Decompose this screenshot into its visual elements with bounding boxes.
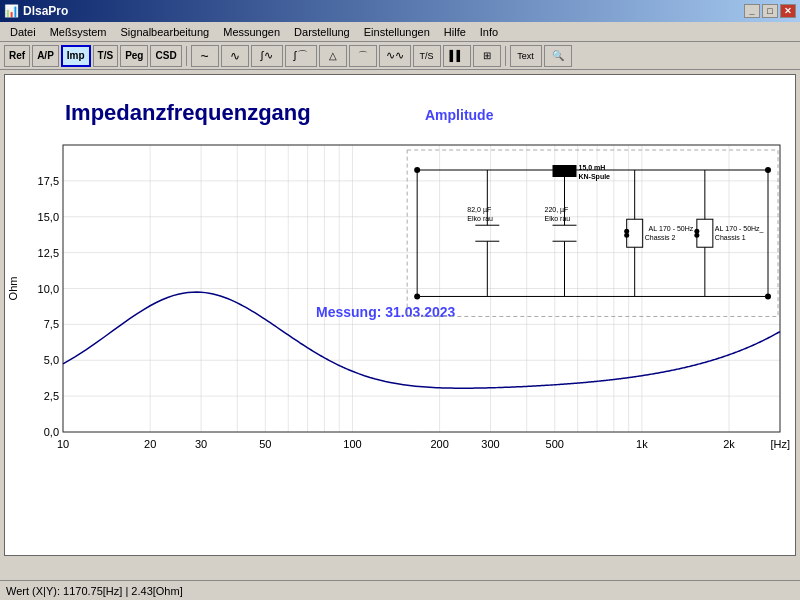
- menu-messungen[interactable]: Messungen: [217, 25, 286, 39]
- toolbar-separator-1: [186, 46, 187, 66]
- tb-ts[interactable]: T/S: [93, 45, 119, 67]
- menu-datei[interactable]: Datei: [4, 25, 42, 39]
- menubar: Datei Meßsystem Signalbearbeitung Messun…: [0, 22, 800, 42]
- tb-icon-wave2[interactable]: ∿: [221, 45, 249, 67]
- tb-icon-wave5[interactable]: ∿∿: [379, 45, 411, 67]
- statusbar: Wert (X|Y): 1170.75[Hz] | 2.43[Ohm]: [0, 580, 800, 600]
- menu-darstellung[interactable]: Darstellung: [288, 25, 356, 39]
- menu-info[interactable]: Info: [474, 25, 504, 39]
- menu-messsystem[interactable]: Meßsystem: [44, 25, 113, 39]
- tb-icon-search[interactable]: 🔍: [544, 45, 572, 67]
- tb-icon-wave3[interactable]: ∫∿: [251, 45, 283, 67]
- close-button[interactable]: ✕: [780, 4, 796, 18]
- app-icon: 📊: [4, 4, 19, 18]
- tb-icon-curve[interactable]: ⌒: [349, 45, 377, 67]
- titlebar: 📊 DlsaPro _ □ ✕: [0, 0, 800, 22]
- tb-peg[interactable]: Peg: [120, 45, 148, 67]
- app-title: DlsaPro: [23, 4, 68, 18]
- status-text: Wert (X|Y): 1170.75[Hz] | 2.43[Ohm]: [6, 585, 183, 597]
- titlebar-title: 📊 DlsaPro: [4, 4, 68, 18]
- tb-icon-text[interactable]: Text: [510, 45, 542, 67]
- tb-icon-triangle[interactable]: △: [319, 45, 347, 67]
- toolbar: Ref A/P Imp T/S Peg CSD ~ ∿ ∫∿ ∫⌒ △ ⌒ ∿∿…: [0, 42, 800, 70]
- tb-icon-ts[interactable]: T/S: [413, 45, 441, 67]
- main-chart-area: [4, 74, 796, 556]
- tb-ref[interactable]: Ref: [4, 45, 30, 67]
- tb-icon-wave4[interactable]: ∫⌒: [285, 45, 317, 67]
- toolbar-separator-2: [505, 46, 506, 66]
- tb-ap[interactable]: A/P: [32, 45, 59, 67]
- menu-einstellungen[interactable]: Einstellungen: [358, 25, 436, 39]
- tb-imp[interactable]: Imp: [61, 45, 91, 67]
- tb-icon-grid[interactable]: ⊞: [473, 45, 501, 67]
- menu-signalbearbeitung[interactable]: Signalbearbeitung: [115, 25, 216, 39]
- tb-icon-bars[interactable]: ▌▌: [443, 45, 471, 67]
- menu-hilfe[interactable]: Hilfe: [438, 25, 472, 39]
- tb-icon-wave1[interactable]: ~: [191, 45, 219, 67]
- window-controls: _ □ ✕: [744, 4, 796, 18]
- minimize-button[interactable]: _: [744, 4, 760, 18]
- impedance-chart[interactable]: [5, 75, 795, 556]
- tb-csd[interactable]: CSD: [150, 45, 181, 67]
- maximize-button[interactable]: □: [762, 4, 778, 18]
